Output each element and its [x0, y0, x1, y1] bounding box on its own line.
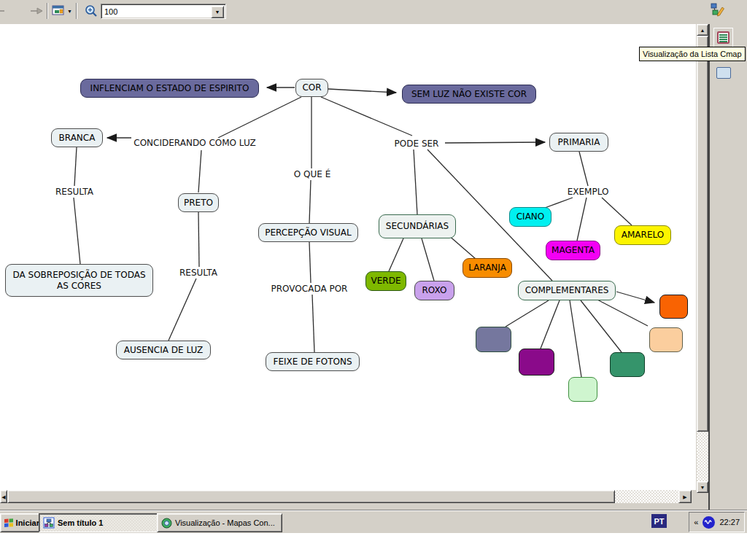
link-label[interactable]: O QUE É: [293, 169, 332, 179]
horizontal-scrollbar-thumb[interactable]: [7, 490, 615, 503]
tray-app-icon[interactable]: [703, 516, 715, 529]
link-line: [506, 300, 549, 327]
tooltip: Visualização da Lista Cmap: [639, 47, 746, 61]
horizontal-scrollbar-track[interactable]: [615, 490, 678, 503]
link-line: [577, 198, 587, 241]
cmap-document-icon: [43, 517, 55, 529]
node-ciano[interactable]: CIANO: [509, 207, 551, 227]
link-line: [448, 235, 476, 259]
cmap-list-view-button[interactable]: [713, 28, 733, 47]
zoom-level-input[interactable]: [103, 6, 212, 17]
forward-icon[interactable]: [29, 5, 44, 17]
color-box-dark-purple[interactable]: [519, 349, 554, 376]
concept-map-canvas: CORINFLENCIAM O ESTADO DE ESPIRITOSEM LU…: [0, 24, 696, 490]
link-label[interactable]: PROVOCADA POR: [270, 284, 349, 294]
clock: 22:27: [719, 518, 740, 526]
link-line: [74, 147, 77, 186]
link-label[interactable]: RESULTA: [54, 187, 95, 197]
link-line: [570, 300, 581, 377]
link-line: [596, 299, 648, 326]
scroll-right-button[interactable]: ▶: [678, 490, 692, 503]
right-tool-panel: [710, 24, 747, 510]
cmap-view-button[interactable]: [713, 63, 733, 82]
node-sobreposicao[interactable]: DA SOBREPOSIÇÃO DE TODAS AS CORES: [5, 264, 153, 297]
link-line: [581, 300, 622, 352]
node-sem-luz[interactable]: SEM LUZ NÃO EXISTE COR: [402, 85, 536, 104]
link-arrow: [616, 292, 654, 303]
node-ausencia-de-luz[interactable]: AUSENCIA DE LUZ: [116, 341, 211, 359]
link-line: [545, 198, 573, 208]
task-label: Visualização - Mapas Con...: [175, 518, 275, 527]
link-line: [414, 149, 417, 214]
node-roxo[interactable]: ROXO: [414, 281, 454, 300]
show-as-window-icon[interactable]: [52, 4, 66, 17]
list-icon: [717, 31, 729, 44]
taskbar-task-cmap[interactable]: Sem título 1: [39, 513, 160, 532]
link-line: [541, 300, 560, 349]
link-line: [198, 212, 199, 267]
start-button[interactable]: Iniciar: [0, 513, 44, 532]
zoom-combobox[interactable]: ▼: [101, 4, 226, 19]
node-inflenciam[interactable]: INFLENCIAM O ESTADO DE ESPIRITO: [80, 79, 259, 98]
color-box-peach[interactable]: [649, 327, 683, 352]
node-cor[interactable]: COR: [295, 79, 328, 97]
scroll-down-button[interactable]: ▼: [697, 481, 708, 493]
views-window-icon: [161, 518, 172, 529]
node-secundarias[interactable]: SECUNDÁRIAS: [379, 214, 456, 238]
scroll-left-button[interactable]: ◀: [0, 490, 7, 503]
chevron-down-icon[interactable]: ▼: [67, 9, 72, 14]
system-tray: « 22:27: [689, 512, 745, 532]
windows-logo-icon: [4, 518, 13, 528]
link-line: [218, 97, 301, 138]
color-box-dark-green[interactable]: [610, 352, 645, 377]
link-label[interactable]: CONCIDERANDO COMO LUZ: [132, 138, 257, 148]
color-box-orange[interactable]: [659, 295, 688, 319]
link-label[interactable]: PODE SER: [393, 139, 441, 149]
link-line: [321, 97, 412, 136]
link-line: [169, 279, 196, 341]
color-box-light-green[interactable]: [568, 377, 597, 402]
link-label[interactable]: EXEMPLO: [566, 187, 611, 197]
link-line: [198, 150, 201, 192]
link-line: [309, 180, 311, 223]
scroll-up-button[interactable]: ▲: [697, 24, 708, 36]
node-magenta[interactable]: MAGENTA: [546, 241, 600, 260]
taskbar-task-visualizacao[interactable]: Visualização - Mapas Con...: [157, 513, 282, 532]
link-line: [579, 152, 588, 186]
zoom-dropdown-button[interactable]: ▼: [211, 6, 224, 18]
cmap-tools-icon: [711, 3, 725, 18]
node-verde[interactable]: VERDE: [365, 271, 406, 291]
toolbar-separator: [47, 3, 48, 19]
link-arrow: [328, 89, 396, 93]
screen-bottom-blank: [0, 533, 747, 560]
link-arrow: [445, 142, 545, 143]
link-line: [74, 198, 80, 264]
node-amarelo[interactable]: AMARELO: [614, 225, 671, 245]
node-preto[interactable]: PRETO: [178, 193, 219, 212]
color-box-slate[interactable]: [476, 327, 511, 352]
node-complementares[interactable]: COMPLEMENTARES: [518, 281, 616, 300]
link-line: [602, 198, 632, 225]
toolbar-separator: [76, 3, 77, 19]
link-line: [309, 242, 311, 283]
node-percepcao-visual[interactable]: PERCEPÇÃO VISUAL: [258, 223, 358, 242]
zoom-icon: [84, 4, 98, 18]
node-laranja[interactable]: LARANJA: [462, 258, 512, 278]
back-icon[interactable]: [0, 5, 6, 17]
link-line: [422, 238, 434, 281]
vertical-scrollbar-track[interactable]: [697, 432, 708, 481]
node-branca[interactable]: BRANCA: [51, 128, 103, 147]
toolbar: ▼ ▼: [0, 0, 747, 23]
node-feixe-de-fotons[interactable]: FEIXE DE FOTONS: [266, 352, 360, 371]
node-primaria[interactable]: PRIMARIA: [549, 133, 608, 152]
link-line: [312, 295, 314, 352]
link-line: [389, 238, 403, 271]
map-icon: [716, 67, 731, 79]
task-label: Sem título 1: [58, 518, 103, 527]
language-indicator[interactable]: PT: [651, 514, 667, 528]
start-button-label: Iniciar: [16, 518, 39, 527]
vertical-scrollbar-thumb[interactable]: [697, 36, 708, 432]
taskbar: Iniciar Sem título 1 Visualização - Mapa…: [0, 510, 747, 533]
link-label[interactable]: RESULTA: [178, 268, 219, 278]
tray-expand-chevron[interactable]: «: [694, 518, 698, 526]
